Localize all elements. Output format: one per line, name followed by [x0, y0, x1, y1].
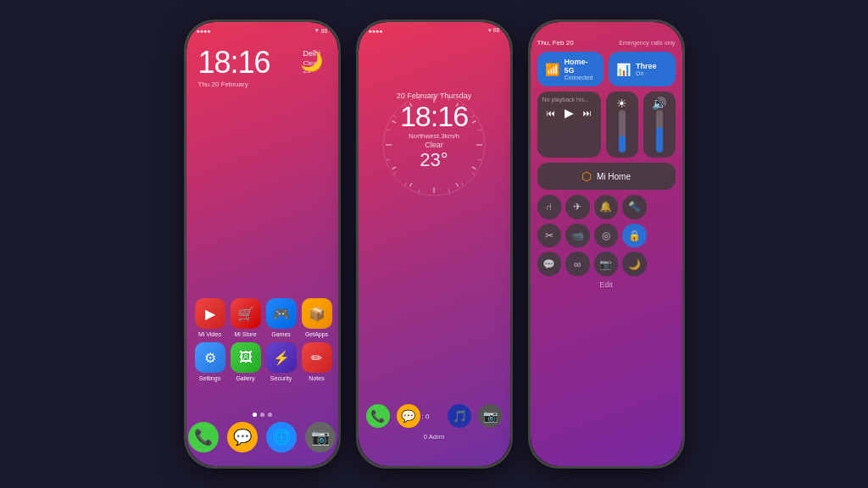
- dock-browser[interactable]: 🌐: [266, 422, 297, 452]
- cc-media-placeholder: No playback his...: [542, 97, 597, 103]
- app-icon-settings[interactable]: ⚙: [195, 342, 225, 373]
- app-gallery[interactable]: 🖼 Gallery: [231, 342, 261, 381]
- phone2-wifi: ▾ 88: [488, 27, 500, 34]
- cc-brightness-slider[interactable]: ☀: [606, 92, 638, 158]
- phone2-camera2[interactable]: 📷: [478, 404, 502, 428]
- app-mi-video[interactable]: ▶ Mi Video: [195, 298, 225, 337]
- app-games[interactable]: 🎮 Games: [266, 298, 297, 337]
- phone2-condition: Clear: [359, 141, 510, 149]
- phone2-temp: 23°: [359, 149, 510, 171]
- app-security[interactable]: ⚡ Security: [266, 342, 297, 381]
- app-icon-mi-video[interactable]: ▶: [195, 298, 225, 329]
- app-mi-store[interactable]: 🛒 Mi Store: [231, 298, 261, 337]
- phone1-time-widget: 18:16 Delhi Clear 23° Thu 20 February: [198, 47, 270, 88]
- dot-1: [253, 413, 257, 417]
- toggle-flashlight[interactable]: 🔦: [622, 195, 647, 219]
- dot-3: [268, 413, 272, 417]
- app-icon-mi-store[interactable]: 🛒: [231, 298, 261, 329]
- phone-2: ●●●● ▾ 88: [356, 19, 513, 469]
- dock-messages[interactable]: 💬: [227, 422, 258, 452]
- screenrecord-icon: 📹: [571, 230, 584, 241]
- control-center: Thu, Feb 20 Emergency calls only 📶 Home-…: [537, 39, 676, 452]
- empty-toggle3: [651, 252, 675, 276]
- phone1-app-grid: ▶ Mi Video 🛒 Mi Store 🎮 Games 📦: [186, 298, 338, 381]
- phone2-signal: ●●●●: [369, 28, 383, 34]
- phone2-info: 20 February Thursday 18:16 Northwest.3km…: [359, 92, 510, 171]
- app-getapps[interactable]: 📦 GetApps: [302, 298, 332, 337]
- brightness-bar[interactable]: [619, 110, 626, 152]
- portrait-icon: ◎: [602, 230, 610, 241]
- phone2-sms[interactable]: 💬: [397, 404, 420, 428]
- phone1-status-bar: ●●●● ▾ 88: [197, 27, 328, 34]
- toggle-portrait[interactable]: ◎: [594, 224, 619, 248]
- app-label-getapps: GetApps: [305, 331, 328, 337]
- moon-icon: 🌙: [300, 51, 323, 73]
- camera-icon: 📷: [599, 258, 612, 270]
- signal-bars-icon: 📊: [616, 63, 631, 76]
- brightness-icon: ☀: [616, 97, 627, 110]
- volume-bar[interactable]: [656, 110, 663, 152]
- app-icon-getapps[interactable]: 📦: [302, 298, 332, 329]
- cc-toggle-row2: ✂ 📹 ◎ 🔒: [537, 224, 676, 248]
- phone1-dock: 📞 💬 🌐 📷: [186, 422, 338, 452]
- cc-media-row: No playback his... ⏮ ▶ ⏭ ☀ 🔊: [537, 92, 676, 158]
- prev-button[interactable]: ⏮: [547, 108, 555, 118]
- phone-1: ●●●● ▾ 88 18:16 Delhi Clear 23° Thu 20 F…: [184, 19, 341, 469]
- svg-line-22: [404, 182, 406, 185]
- toggle-screenrecord[interactable]: 📹: [565, 224, 590, 248]
- airplane-icon: ✈: [573, 201, 581, 213]
- toggle-airplane[interactable]: ✈: [565, 195, 590, 219]
- cc-edit-label[interactable]: Edit: [537, 280, 676, 289]
- phone2-tiktok[interactable]: 🎵: [448, 404, 471, 428]
- toggle-screenshot[interactable]: ✂: [537, 224, 562, 248]
- svg-line-18: [471, 172, 474, 174]
- volume-icon: 🔊: [652, 97, 666, 110]
- cc-mihome-button[interactable]: ⬡ Mi Home: [537, 163, 676, 190]
- app-icon-security[interactable]: ⚡: [266, 342, 297, 373]
- app-label-security: Security: [270, 375, 292, 381]
- cc-top-tiles: 📶 Home-5G Connected 📊 Three On: [537, 52, 676, 86]
- svg-line-20: [448, 189, 449, 192]
- app-label-notes: Notes: [309, 375, 324, 381]
- toggle-camera[interactable]: 📷: [594, 252, 619, 276]
- cc-wifi-name: Home-5G: [565, 58, 597, 75]
- nightmode-icon: 🌙: [628, 258, 641, 270]
- toggle-bluetooth[interactable]: ⑁: [537, 195, 562, 219]
- app-notes[interactable]: ✏ Notes: [302, 342, 332, 381]
- volume-fill: [656, 127, 663, 152]
- toggle-bell[interactable]: 🔔: [594, 195, 619, 219]
- phone2-date: 20 February Thursday: [359, 92, 510, 100]
- app-icon-games[interactable]: 🎮: [266, 298, 297, 329]
- phone2-phone[interactable]: 📞: [366, 404, 390, 428]
- cc-wifi-tile[interactable]: 📶 Home-5G Connected: [537, 52, 604, 86]
- svg-line-21: [419, 189, 420, 192]
- next-button[interactable]: ⏭: [583, 108, 592, 118]
- cc-volume-slider[interactable]: 🔊: [643, 92, 676, 158]
- app-icon-gallery[interactable]: 🖼: [231, 342, 261, 373]
- phone2-app-row: 📞 💬 : 0 🎵 📷: [366, 404, 503, 428]
- cc-carrier-tile[interactable]: 📊 Three On: [609, 52, 676, 86]
- empty-toggle: [651, 195, 675, 219]
- phone1-status-right: ▾ 88: [315, 27, 328, 34]
- play-button[interactable]: ▶: [565, 106, 574, 119]
- brightness-fill: [619, 136, 626, 152]
- app-icon-notes[interactable]: ✏: [302, 342, 332, 373]
- phone2-status-bar: ●●●● ▾ 88: [369, 27, 500, 34]
- app-label-mi-video: Mi Video: [198, 331, 221, 337]
- svg-line-23: [393, 172, 396, 174]
- toggle-nightmode[interactable]: 🌙: [622, 252, 647, 276]
- cc-date: Thu, Feb 20: [537, 39, 574, 47]
- dock-phone[interactable]: 📞: [188, 422, 219, 452]
- toggle-autorotate[interactable]: 🔒: [622, 224, 647, 248]
- svg-line-8: [410, 183, 413, 186]
- phone-3: Thu, Feb 20 Emergency calls only 📶 Home-…: [528, 19, 685, 469]
- phone2-steps: 0 Adım: [424, 433, 445, 441]
- flashlight-icon: 🔦: [628, 201, 641, 213]
- bubble-icon: 💬: [542, 258, 555, 270]
- app-settings[interactable]: ⚙ Settings: [195, 342, 225, 381]
- phone2-status-right: ▾ 88: [488, 27, 500, 34]
- dot-2: [260, 413, 264, 417]
- dock-camera[interactable]: 📷: [305, 422, 336, 452]
- toggle-focus[interactable]: ∞: [565, 252, 590, 276]
- toggle-bubble[interactable]: 💬: [537, 252, 562, 276]
